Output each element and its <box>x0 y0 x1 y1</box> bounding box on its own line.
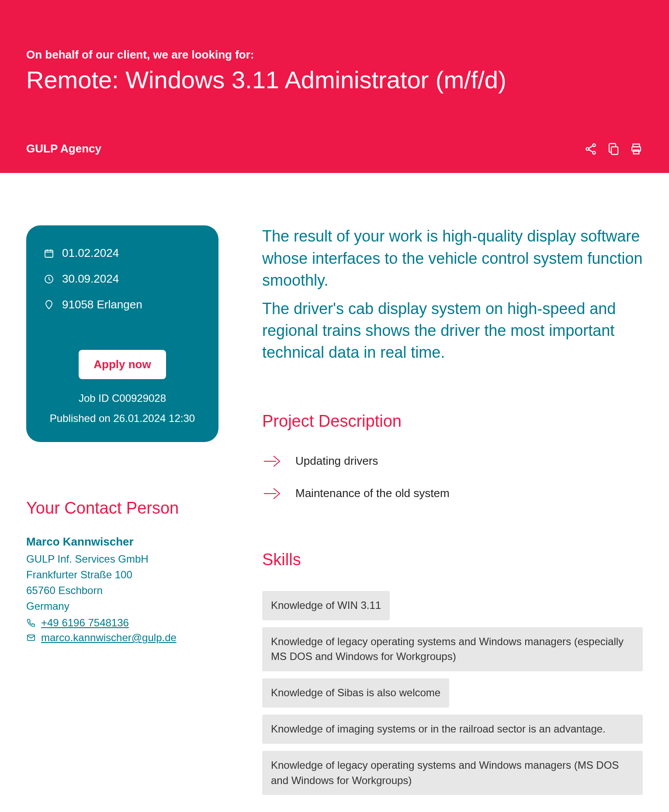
share-icon[interactable] <box>584 142 597 155</box>
job-title: Remote: Windows 3.11 Administrator (m/f/… <box>26 66 643 94</box>
apply-button[interactable]: Apply now <box>79 350 166 379</box>
location-row: 91058 Erlangen <box>44 298 201 311</box>
end-date-row: 30.09.2024 <box>44 272 201 286</box>
skill-chip: Knowledge of legacy operating systems an… <box>262 751 643 795</box>
arrow-right-icon <box>262 485 282 502</box>
arrow-right-icon <box>262 453 282 470</box>
intro-paragraph-1: The result of your work is high-quality … <box>262 225 643 291</box>
published-date: Published on 26.01.2024 12:30 <box>44 412 201 425</box>
project-item: Updating drivers <box>262 453 643 470</box>
svg-rect-8 <box>634 150 639 154</box>
agency-name: GULP Agency <box>26 142 101 155</box>
contact-company: GULP Inf. Services GmbH <box>26 551 218 567</box>
clock-icon <box>44 274 54 284</box>
skill-chip: Knowledge of legacy operating systems an… <box>262 627 643 672</box>
job-summary-card: 01.02.2024 30.09.2024 91058 Erlangen <box>26 225 218 442</box>
svg-rect-9 <box>45 250 53 257</box>
copy-icon[interactable] <box>607 142 620 155</box>
svg-line-4 <box>589 149 593 152</box>
start-date-row: 01.02.2024 <box>44 246 201 260</box>
location-pin-icon <box>44 300 54 310</box>
project-item-text: Maintenance of the old system <box>295 487 450 500</box>
contact-city: 65760 Eschborn <box>26 583 218 598</box>
skill-chip: Knowledge of imaging systems or in the r… <box>262 715 643 744</box>
project-description-heading: Project Description <box>262 412 643 431</box>
hero-subtitle: On behalf of our client, we are looking … <box>26 48 643 62</box>
intro-paragraph-2: The driver's cab display system on high-… <box>262 298 643 364</box>
skill-chip: Knowledge of Sibas is also welcome <box>262 678 449 708</box>
end-date: 30.09.2024 <box>62 272 119 286</box>
location: 91058 Erlangen <box>62 298 142 311</box>
hero-action-icons <box>584 142 643 155</box>
contact-email-link[interactable]: marco.kannwischer@gulp.de <box>41 632 177 644</box>
contact-country: Germany <box>26 598 218 614</box>
skills-heading: Skills <box>262 550 643 569</box>
svg-rect-5 <box>611 147 618 155</box>
contact-phone-link[interactable]: +49 6196 7548136 <box>41 617 129 629</box>
skill-chip: Knowledge of WIN 3.11 <box>262 591 390 620</box>
project-item-text: Updating drivers <box>295 454 378 468</box>
mail-icon <box>26 633 36 643</box>
contact-name: Marco Kannwischer <box>26 535 218 549</box>
contact-heading: Your Contact Person <box>26 499 218 518</box>
contact-street: Frankfurter Straße 100 <box>26 567 218 583</box>
hero-banner: On behalf of our client, we are looking … <box>0 0 669 173</box>
print-icon[interactable] <box>630 142 643 155</box>
intro-text: The result of your work is high-quality … <box>262 225 643 363</box>
phone-icon <box>26 618 36 628</box>
project-item: Maintenance of the old system <box>262 485 643 502</box>
job-id: Job ID C00929028 <box>44 392 201 404</box>
start-date: 01.02.2024 <box>62 246 119 260</box>
svg-line-3 <box>589 145 593 148</box>
calendar-icon <box>44 248 54 259</box>
